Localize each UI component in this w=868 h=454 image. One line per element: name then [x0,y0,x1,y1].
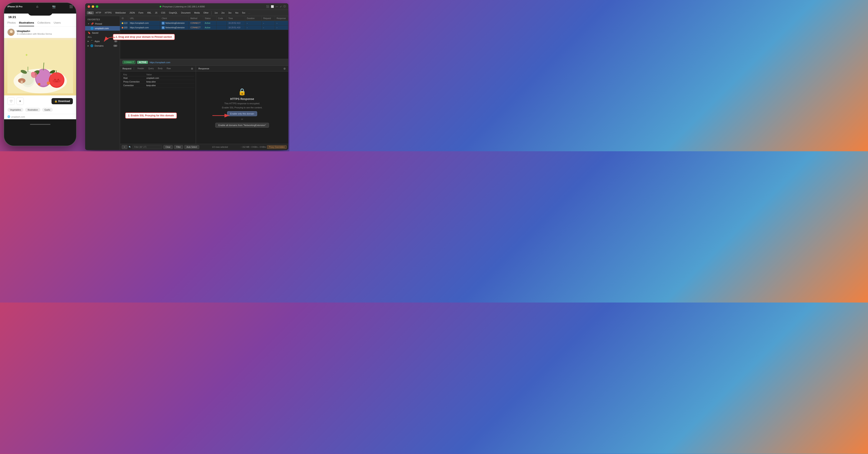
toolbar-js[interactable]: JS [153,11,159,14]
unsplash-domain: unsplash.com [95,27,117,30]
minimize-icon[interactable]: — [276,5,278,8]
phone-tags: Vegetables Illustration Garlic [4,107,76,114]
toolbar-all[interactable]: ALL [87,11,94,14]
ssl-or: or [241,118,243,120]
cell-url-2: https://unsplash.com [128,26,160,30]
info-icon[interactable]: ⓘ [283,5,286,8]
tag-garlic[interactable]: Garlic [42,108,53,112]
download-button[interactable]: 🔒 Download [52,98,73,104]
minimize-button[interactable] [92,5,94,8]
kv-row-connection: Connection keep-alive [122,84,194,87]
toolbar-graphql[interactable]: GraphQL [167,11,179,14]
tab-query[interactable]: Query [147,67,155,70]
iphone-model: iPhone 15 Pro [7,5,22,8]
svg-point-21 [31,72,35,76]
footer-url: unsplash.com [11,116,25,118]
table-row[interactable]: 103 https://unsplash.com N NetworkingExt… [120,26,288,30]
table-row[interactable]: 113 https://unsplash.com N NetworkingExt… [120,21,288,26]
wifi-icon: ●●● [60,16,64,18]
titlebar-icons-right: ⬛ ⬜ — ⤢ ⓘ [266,5,286,8]
kv-row-proxy-connection: Proxy-Connection keep-alive [122,80,194,84]
tab-body[interactable]: Body [157,67,163,70]
annotation-2-box: 2. Enable SSL Proxying for this domain [125,113,177,119]
fullscreen-icon[interactable]: ⤢ [280,5,282,8]
th-method: Method [189,16,203,21]
toolbar-form[interactable]: Form [137,11,145,14]
toolbar-1xx[interactable]: 1xx [213,11,219,14]
cell-client-2: N NetworkingExtension [160,26,189,30]
domain-icon: 🌐 [91,27,94,30]
th-url: URL [128,16,160,21]
toolbar-http[interactable]: HTTP [94,11,103,14]
toolbar-5xx[interactable]: 5xx [241,11,247,14]
nav-illustrations[interactable]: Illustrations [19,21,34,26]
toolbar-document[interactable]: Document [180,11,192,14]
kv-val-proxy: keep-alive [146,81,192,83]
detail-panels: Request Header Query Body Raw ⊕ Key [120,66,288,144]
toolbar-css[interactable]: CSS [159,11,167,14]
toolbar-websocket[interactable]: WebSocket [114,11,127,14]
phone-nav-tabs: Photos Illustrations Collections Users [4,20,76,27]
toolbar-media[interactable]: Media [192,11,201,14]
filter-icon: 🔍 [129,146,131,148]
nav-photos[interactable]: Photos [7,21,16,26]
response-action-icon[interactable]: ⊕ [283,67,286,70]
globe-icon: 🌐 [7,115,10,118]
user-subtitle: In collaboration with Monika Verma [17,33,52,35]
filter-input[interactable] [132,145,162,149]
th-id: ID [120,16,128,21]
split-view-icon[interactable]: ⬜ [271,5,274,8]
window-title: Proxyman | Listening on 192.168.1.4:9090 [162,5,205,8]
domains-icon: 🌐 [90,44,93,47]
tag-vegetables[interactable]: Vegetables [7,108,23,112]
toolbar-json[interactable]: JSON [128,11,137,14]
phone-user-info: Unsplash+ In collaboration with Monika V… [17,30,52,35]
cell-code-1 [216,21,227,25]
expand-icon: ▼ [88,23,90,25]
toolbar-https[interactable]: HTTPS [103,11,113,14]
annotation-2-arrow [211,113,232,119]
th-response: Response [275,16,288,21]
toolbar-4xx[interactable]: 4xx [234,11,240,14]
th-request: Request [261,16,275,21]
panel-action-icon[interactable]: ⊕ [191,67,193,70]
table-header: ID URL Client Method Status Code Time Du… [120,16,288,21]
nav-collections[interactable]: Collections [37,21,51,26]
toolbar-3xx[interactable]: 3xx [227,11,233,14]
nav-users[interactable]: Users [54,21,61,26]
cell-duration-1: - [245,21,261,25]
pinned-label: Pinned [95,23,117,25]
cell-response-1: - [275,21,288,25]
enable-all-domains-button[interactable]: Enable all domains from "NetworkingExten… [215,123,269,128]
proxyman-window: Proxyman | Listening on 192.168.1.4:9090… [85,3,288,150]
filter-button[interactable]: Filter [174,145,183,149]
client-icon-1: N [162,22,164,25]
kv-header-row: Key Value [122,73,194,77]
cell-duration-2: - [245,26,261,30]
toolbar-2xx[interactable]: 2xx [220,11,226,14]
sidebar-toggle-icon[interactable]: ⬛ [266,5,269,8]
clear-button[interactable]: Clear [163,145,173,149]
add-button[interactable]: + [122,145,127,149]
tab-header[interactable]: Header [136,67,145,70]
bookmark-icon: 🔖 [88,31,91,34]
close-button[interactable] [88,5,90,8]
avatar [7,29,15,36]
toolbar-other[interactable]: Other [202,11,210,14]
maximize-button[interactable] [96,5,98,8]
auto-select-button[interactable]: Auto Select [184,145,199,149]
th-client: Client [160,16,189,21]
kv-row-host: Host unsplash.com [122,77,194,80]
sidebar-unsplash[interactable]: 🌐 unsplash.com [85,26,120,31]
https-sub2: Enable SSL Proxying to see the content. [222,106,262,109]
cell-url-1: https://unsplash.com [128,21,160,25]
plus-button[interactable]: + [17,97,24,105]
tag-illustration[interactable]: Illustration [25,108,40,112]
toolbar-xml[interactable]: XML [146,11,153,14]
heart-button[interactable]: ♡ [7,97,15,105]
tab-raw[interactable]: Raw [166,67,172,70]
sidebar-pinned[interactable]: ▼ 📌 Pinned [85,22,120,26]
svg-point-15 [54,79,56,80]
iphone-mockup: iPhone 15 Pro ⌂ 📷 ⬛ 16:21 ●●● ▲ ▮▮▮ Phot… [4,2,81,148]
phone-user-row: Unsplash+ In collaboration with Monika V… [4,27,76,38]
